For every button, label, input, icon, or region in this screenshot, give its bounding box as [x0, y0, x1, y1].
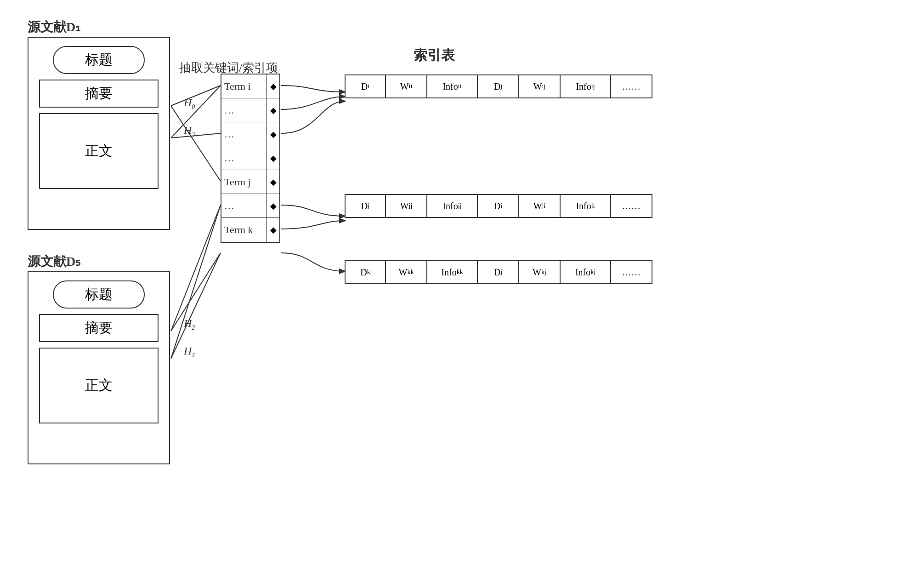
term-dot3-cell: … ◆	[221, 146, 279, 170]
term-dot4-text: …	[221, 200, 266, 212]
h4-label: H4	[184, 345, 195, 359]
svg-line-1	[171, 133, 221, 138]
svg-line-6	[171, 253, 221, 331]
doc2-label: 源文献D₅	[28, 253, 80, 270]
term-dot3-text: …	[221, 152, 266, 164]
svg-line-2	[171, 106, 221, 181]
doc1-label: 源文献D₁	[28, 18, 80, 36]
svg-line-5	[171, 253, 221, 359]
h3-label: H3	[184, 124, 195, 138]
inv1-infoij: Infoij	[561, 74, 611, 98]
inv3-infokj: Infokj	[561, 260, 611, 284]
inv2-infoji: Infoji	[561, 194, 611, 218]
term-dot3-pointer: ◆	[266, 146, 279, 170]
inv3-infokk: Infokk	[427, 260, 478, 284]
diagram-container: 源文献D₁ 标题 摘要 正文 源文献D₅ 标题 摘要 正文 抽取关键词/索引项 …	[0, 0, 924, 566]
inv3-wkj: Wkj	[519, 260, 561, 284]
inv3-dk: Dk	[345, 260, 386, 284]
inv1-dj: Dj	[478, 74, 519, 98]
inv1-infoii: Infoii	[427, 74, 478, 98]
inv1-di: Di	[345, 74, 386, 98]
inv2-dots: ……	[611, 194, 652, 218]
doc2-body: 正文	[39, 348, 159, 423]
inv3-wkk: Wkk	[386, 260, 427, 284]
doc2-title: 标题	[53, 280, 145, 309]
h0-label: H0	[184, 97, 195, 111]
svg-line-4	[171, 205, 221, 331]
term-i-text: Term i	[221, 80, 266, 92]
doc1-abstract: 摘要	[39, 80, 159, 108]
term-dot2-cell: … ◆	[221, 122, 279, 146]
inv3-dj: Dj	[478, 260, 519, 284]
term-k-pointer: ◆	[266, 218, 279, 242]
term-j-pointer: ◆	[266, 170, 279, 194]
inv2-dj: Dj	[345, 194, 386, 218]
term-j-cell: Term j ◆	[221, 170, 279, 194]
term-dot4-cell: … ◆	[221, 194, 279, 218]
term-i-pointer: ◆	[266, 74, 279, 98]
inv1-wii: Wii	[386, 74, 427, 98]
inv1-wij: Wij	[519, 74, 561, 98]
doc1-title: 标题	[53, 46, 145, 74]
inv2-wji: Wji	[519, 194, 561, 218]
index-table-title: 索引表	[414, 46, 455, 65]
inv-row-2: Dj Wjj Infojj Di Wji Infoji ……	[345, 194, 652, 218]
doc2-abstract: 摘要	[39, 314, 159, 342]
h2-label: H2	[184, 317, 195, 332]
term-j-text: Term j	[221, 176, 266, 188]
term-k-cell: Term k ◆	[221, 218, 279, 242]
svg-line-0	[171, 86, 221, 106]
svg-line-7	[171, 205, 221, 359]
term-dot1-pointer: ◆	[266, 98, 279, 122]
term-dot2-pointer: ◆	[266, 122, 279, 146]
inv1-dots: ……	[611, 74, 652, 98]
inv2-infojj: Infojj	[427, 194, 478, 218]
term-column: Term i ◆ … ◆ … ◆ … ◆ Term j ◆ … ◆ Term	[221, 74, 280, 243]
inv-row-1: Di Wii Infoii Dj Wij Infoij ……	[345, 74, 652, 98]
term-dot1-text: …	[221, 104, 266, 116]
inv2-wjj: Wjj	[386, 194, 427, 218]
term-i-cell: Term i ◆	[221, 74, 279, 98]
term-dot2-text: …	[221, 128, 266, 140]
inv3-dots: ……	[611, 260, 652, 284]
doc1-body: 正文	[39, 113, 159, 189]
doc2-box: 标题 摘要 正文	[28, 271, 170, 464]
term-k-text: Term k	[221, 224, 266, 236]
term-dot4-pointer: ◆	[266, 194, 279, 217]
inv-row-3: Dk Wkk Infokk Dj Wkj Infokj ……	[345, 260, 652, 284]
inv2-di: Di	[478, 194, 519, 218]
svg-line-3	[171, 86, 221, 138]
term-dot1-cell: … ◆	[221, 98, 279, 122]
doc1-box: 标题 摘要 正文	[28, 37, 170, 230]
